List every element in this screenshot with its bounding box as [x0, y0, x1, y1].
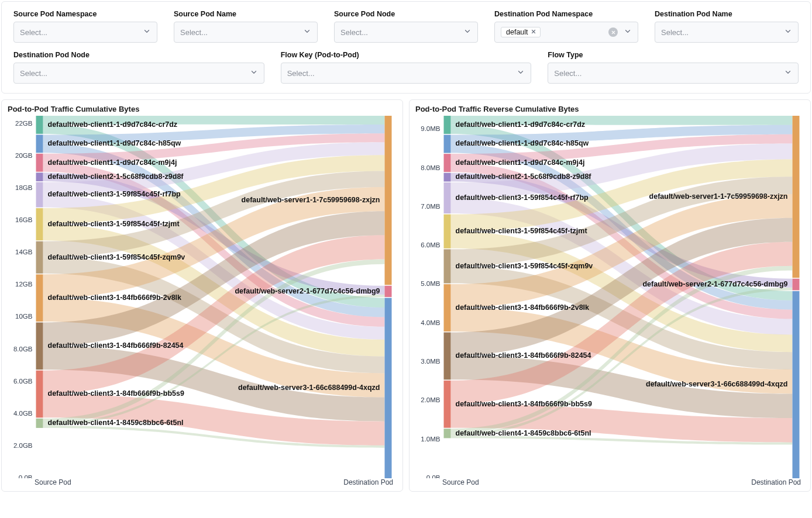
sankey-source-node[interactable] [444, 215, 451, 248]
chevron-down-icon [784, 27, 792, 37]
sankey-source-node[interactable] [36, 322, 43, 369]
chevron-down-icon [463, 27, 472, 37]
sankey-source-node[interactable] [36, 182, 43, 208]
y-tick-label: 3.0MB [421, 358, 441, 365]
sankey-chart[interactable]: 0.0B1.0MB2.0MB3.0MB4.0MB5.0MB6.0MB7.0MB8… [415, 116, 804, 478]
sankey-target-node[interactable] [793, 116, 800, 278]
y-tick-label: 2.0MB [421, 396, 441, 403]
sankey-target-node[interactable] [385, 116, 392, 285]
chip-label: default [506, 28, 528, 36]
select-placeholder: Select... [661, 28, 689, 37]
panel-cumulative: Pod-to-Pod Traffic Cumulative Bytes 0.0B… [1, 99, 403, 492]
filter-select[interactable]: Select... [548, 63, 799, 84]
sankey-target-node[interactable] [793, 291, 800, 478]
filter-chip[interactable]: default [501, 27, 541, 37]
select-placeholder: Select... [287, 69, 315, 78]
select-placeholder: Select... [180, 28, 208, 37]
y-tick-label: 22GB [15, 120, 33, 127]
select-placeholder: Select... [20, 28, 47, 37]
chevron-down-icon [143, 27, 151, 37]
y-tick-label: 4.0GB [13, 410, 33, 417]
source-node-label: default/web-client3-1-59f854c45f-zqm9v [456, 262, 593, 270]
sankey-source-node[interactable] [36, 241, 43, 274]
source-node-label: default/web-client1-1-d9d7c84c-m9j4j [48, 158, 177, 167]
filter-select[interactable]: Select... [13, 63, 264, 84]
filter-select[interactable]: Select... [334, 22, 478, 43]
sankey-target-node[interactable] [385, 298, 392, 479]
filter-item: Flow Key (Pod-to-Pod)Select... [281, 51, 532, 84]
source-node-label: default/web-client3-1-59f854c45f-tzjmt [456, 227, 588, 235]
sankey-source-node[interactable] [444, 173, 451, 182]
chart-wrap: 0.0B1.0MB2.0MB3.0MB4.0MB5.0MB6.0MB7.0MB8… [415, 116, 804, 478]
filter-item: Destination Pod NameSelect... [655, 10, 799, 43]
sankey-source-node[interactable] [36, 208, 43, 240]
filter-item: Source Pod NodeSelect... [334, 10, 478, 43]
filter-label: Destination Pod Name [655, 10, 799, 18]
select-placeholder: Select... [554, 69, 582, 78]
source-node-label: default/web-client3-1-84fb666f9b-bb5s9 [48, 389, 184, 398]
sankey-target-node[interactable] [793, 279, 800, 291]
sankey-source-node[interactable] [444, 381, 451, 428]
sankey-source-node[interactable] [444, 332, 451, 379]
filter-select[interactable]: Select... [174, 22, 318, 43]
filter-label: Flow Type [548, 51, 799, 59]
sankey-source-node[interactable] [36, 274, 43, 322]
select-placeholder: Select... [340, 28, 368, 37]
sankey-source-node[interactable] [444, 249, 451, 283]
chevron-down-icon [517, 68, 525, 78]
axis-labels: Source Pod Destination Pod [415, 478, 804, 489]
filter-select[interactable]: Select... [655, 22, 799, 43]
y-tick-label: 16GB [15, 216, 33, 223]
source-node-label: default/web-client4-1-8459c8bbc6-6t5nl [48, 419, 184, 427]
panels: Pod-to-Pod Traffic Cumulative Bytes 0.0B… [0, 99, 812, 492]
sankey-source-node[interactable] [444, 135, 451, 153]
chevron-down-icon [784, 68, 792, 78]
target-node-label: default/web-server3-1-66c688499d-4xqzd [238, 384, 380, 392]
axis-left-label: Source Pod [35, 478, 71, 486]
sankey-source-node[interactable] [444, 182, 451, 213]
source-node-label: default/web-client3-1-59f854c45f-rf7bp [48, 190, 181, 198]
sankey-source-node[interactable] [444, 154, 451, 172]
y-tick-label: 14GB [15, 248, 33, 255]
source-node-label: default/web-client4-1-8459c8bbc6-6t5nl [456, 429, 591, 437]
axis-right-label: Destination Pod [343, 478, 393, 486]
sankey-chart[interactable]: 0.0B2.0GB4.0GB6.0GB8.0GB10GB12GB14GB16GB… [8, 116, 397, 478]
source-node-label: default/web-client1-1-d9d7c84c-cr7dz [48, 120, 178, 129]
sankey-source-node[interactable] [36, 116, 43, 134]
sankey-source-node[interactable] [444, 116, 451, 134]
source-node-label: default/web-client3-1-84fb666f9b-82454 [48, 341, 184, 350]
filter-select[interactable]: Select... [13, 22, 157, 43]
y-tick-label: 18GB [15, 184, 33, 191]
chart-wrap: 0.0B2.0GB4.0GB6.0GB8.0GB10GB12GB14GB16GB… [8, 116, 397, 478]
sankey-source-node[interactable] [444, 429, 451, 438]
source-node-label: default/web-client1-1-d9d7c84c-h85qw [48, 139, 181, 147]
y-tick-label: 10GB [15, 313, 33, 320]
source-node-label: default/web-client1-1-d9d7c84c-m9j4j [456, 158, 585, 167]
sankey-target-node[interactable] [385, 286, 392, 297]
y-tick-label: 6.0MB [421, 241, 441, 248]
chip-remove-icon[interactable] [531, 29, 536, 36]
filter-select[interactable]: Select... [281, 63, 532, 84]
clear-all-icon[interactable] [608, 27, 618, 37]
sankey-source-node[interactable] [36, 154, 43, 172]
filter-item: Destination Pod Namespacedefault [494, 10, 638, 43]
source-node-label: default/web-client3-1-84fb666f9b-bb5s9 [456, 400, 592, 408]
chevron-down-icon [250, 68, 258, 78]
target-node-label: default/web-server1-1-7c59959698-zxjzn [242, 196, 380, 204]
filter-row: Source Pod NamespaceSelect...Source Pod … [13, 10, 799, 43]
sankey-source-node[interactable] [444, 284, 451, 331]
target-node-label: default/web-server3-1-66c688499d-4xqzd [646, 380, 787, 388]
sankey-source-node[interactable] [36, 419, 43, 428]
source-node-label: default/web-client1-1-d9d7c84c-cr7dz [456, 120, 586, 129]
filter-select[interactable]: default [494, 22, 638, 43]
filter-panel: Source Pod NamespaceSelect...Source Pod … [1, 1, 811, 94]
sankey-source-node[interactable] [36, 134, 43, 153]
source-node-label: default/web-client2-1-5c68f9cdb8-z9d8f [48, 172, 184, 181]
filter-label: Destination Pod Node [13, 51, 264, 59]
sankey-source-node[interactable] [36, 172, 43, 181]
sankey-source-node[interactable] [36, 371, 43, 418]
filter-label: Destination Pod Namespace [494, 10, 638, 18]
filter-item: Flow TypeSelect... [548, 51, 799, 84]
target-node-label: default/web-server1-1-7c59959698-zxjzn [649, 192, 788, 201]
y-tick-label: 8.0GB [13, 346, 33, 353]
